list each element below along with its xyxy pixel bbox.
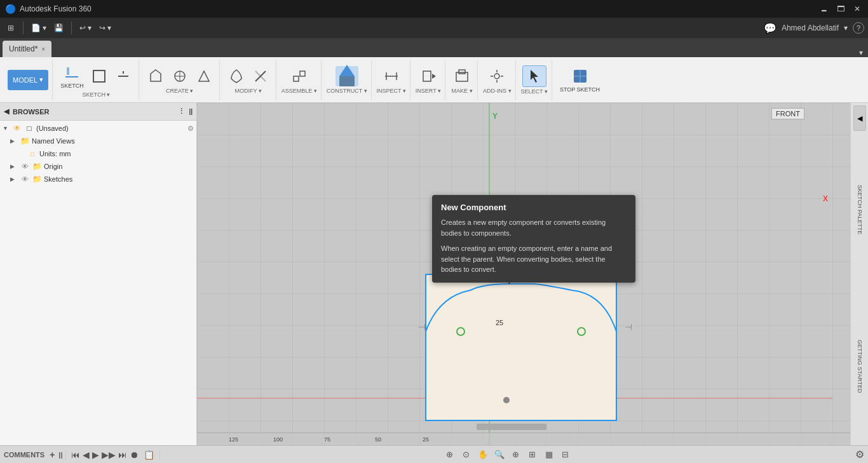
create2-button[interactable] — [168, 66, 191, 86]
toolbar-insert-group: INSERT ▾ — [412, 60, 445, 100]
file-dropdown-icon: ▾ — [43, 23, 46, 32]
modify2-button[interactable] — [249, 66, 272, 86]
tree-item-sketches[interactable]: ▶ 👁 📁 Sketches — [0, 173, 196, 185]
construct-tools-row — [336, 66, 358, 86]
browser-pin-icon[interactable]: || — [189, 108, 193, 115]
getting-started-container: GETTING STARTED — [855, 288, 864, 446]
new-component-tooltip: New Component Creates a new empty compon… — [432, 195, 635, 283]
tree-item-unsaved[interactable]: ▼ 👁 □ (Unsaved) ⚙ — [0, 122, 196, 135]
record-button[interactable]: ⏺ — [130, 450, 139, 460]
svg-text:Y: Y — [492, 112, 498, 121]
addins1-icon — [488, 67, 506, 85]
panel-collapse-button[interactable]: ◀ — [853, 105, 866, 131]
help-icon[interactable]: ? — [853, 22, 864, 34]
view-pan-button[interactable]: ✋ — [476, 448, 490, 462]
select1-icon — [526, 67, 543, 85]
bottom-bar: COMMENTS + || ⏮ ◀ ▶ ▶▶ ⏭ ⏺ 📋 ⊕ ⊙ ✋ 🔍 ⊕ ⊞… — [0, 445, 868, 463]
model-dropdown-button[interactable]: MODEL ▾ — [8, 70, 48, 90]
timeline-icon[interactable]: 📋 — [144, 450, 154, 460]
close-button[interactable]: ✕ — [851, 4, 863, 13]
tooltip-line1: Creates a new empty component or convert… — [441, 217, 627, 238]
addins1-button[interactable] — [485, 66, 508, 86]
user-dropdown-icon[interactable]: ▾ — [844, 23, 848, 32]
construct-group-label: CONSTRUCT ▾ — [327, 88, 367, 94]
tooltip-line2: When creating an empty component, enter … — [441, 243, 627, 275]
view-home-button[interactable]: ⊕ — [443, 448, 457, 462]
comment-icon[interactable]: 💬 — [764, 22, 776, 34]
undo-icon: ↩ — [79, 23, 86, 32]
view-zoom-button[interactable]: 🔍 — [492, 448, 506, 462]
tree-arrow-unsaved: ▼ — [3, 125, 10, 131]
file-icon: 📄 — [31, 23, 41, 32]
username-label[interactable]: Ahmed Abdellatif — [782, 23, 839, 32]
maximize-button[interactable]: 🗖 — [835, 4, 846, 13]
app-title: Autodesk Fusion 360 — [20, 4, 92, 13]
inspect1-button[interactable] — [380, 66, 403, 86]
tab-overflow-icon[interactable]: ▾ — [859, 48, 863, 57]
toolbar-construct-group: CONSTRUCT ▾ — [323, 60, 372, 100]
toolbar-addins-group: ADD-INS ▾ — [479, 60, 516, 100]
getting-started-label[interactable]: GETTING STARTED — [855, 337, 864, 396]
toolbar-modify-group: MODIFY ▾ — [221, 60, 276, 100]
redo-button[interactable]: ↪ ▾ — [97, 22, 114, 34]
viewport-front-label: FRONT — [771, 108, 804, 119]
canvas-area[interactable]: R30.00 25 ⊣ ⊣ Y X FRONT New Component Cr… — [197, 103, 868, 445]
tab-right: ▾ — [859, 48, 868, 57]
insert-tools-row — [417, 66, 440, 86]
create1-button[interactable] — [144, 66, 167, 86]
grid-icon[interactable]: ⊞ — [4, 21, 18, 35]
tab-bar: Untitled* × ▾ — [0, 38, 868, 57]
svg-text:⊣: ⊣ — [625, 322, 632, 332]
sketch-palette-label[interactable]: SKETCH PALETTE — [855, 182, 864, 237]
prev-button[interactable]: ◀ — [83, 450, 90, 460]
minimize-button[interactable]: 🗕 — [818, 4, 830, 13]
browser-options-icon[interactable]: ⋮ — [178, 107, 185, 116]
toolbar-select-group: SELECT ▾ — [517, 60, 552, 100]
make1-button[interactable] — [451, 66, 473, 86]
modify-tools-row — [225, 66, 272, 86]
construct1-button[interactable] — [336, 66, 358, 86]
next-button[interactable]: ▶▶ — [102, 450, 116, 460]
svg-rect-13 — [339, 76, 355, 86]
tree-eye-origin: 👁 — [20, 161, 30, 171]
play-button[interactable]: ▶ — [92, 450, 99, 460]
tab-close-button[interactable]: × — [41, 46, 45, 53]
tree-folder-unsaved: □ — [24, 123, 34, 133]
settings-button[interactable]: ⚙ — [855, 448, 864, 460]
modify1-button[interactable] — [225, 66, 248, 86]
file-menu-button[interactable]: 📄 ▾ — [29, 22, 49, 34]
view-options-button[interactable]: ⊟ — [559, 448, 573, 462]
tree-gear-unsaved[interactable]: ⚙ — [187, 124, 194, 133]
select1-button[interactable] — [522, 65, 546, 87]
save-button[interactable]: 💾 — [51, 22, 66, 34]
comments-add-button[interactable]: + — [50, 450, 55, 460]
sketch3-button[interactable] — [112, 66, 135, 86]
ruler-mark-75: 75 — [324, 436, 330, 443]
redo-icon: ↪ — [99, 23, 105, 32]
tree-item-origin[interactable]: ▶ 👁 📁 Origin — [0, 160, 196, 173]
svg-rect-21 — [459, 70, 465, 74]
skip-start-button[interactable]: ⏮ — [71, 450, 80, 460]
create3-button[interactable] — [193, 66, 215, 86]
view-grid2-button[interactable]: ▦ — [542, 448, 556, 462]
undo-button[interactable]: ↩ ▾ — [77, 22, 94, 34]
assemble1-button[interactable] — [288, 66, 311, 86]
sketch-create-button[interactable]: SKETCH — [58, 62, 86, 90]
view-grid-button[interactable]: ⊞ — [526, 448, 539, 462]
menu-bar: ⊞ 📄 ▾ 💾 ↩ ▾ ↪ ▾ 💬 Ahmed Abdellatif ▾ ? — [0, 18, 868, 38]
insert1-button[interactable] — [417, 66, 440, 86]
view-zoom2-button[interactable]: ⊕ — [509, 448, 523, 462]
tab-label: Untitled* — [9, 44, 37, 53]
tree-item-units[interactable]: □ Units: mm — [0, 147, 196, 160]
view-fit-button[interactable]: ⊙ — [459, 448, 473, 462]
browser-collapse-icon[interactable]: ◀ — [4, 107, 9, 116]
stop-sketch-label: STOP SKETCH — [560, 86, 600, 93]
sketch2-button[interactable] — [88, 66, 111, 86]
toolbar-model-group: MODEL ▾ — [4, 60, 53, 100]
active-tab[interactable]: Untitled* × — [3, 41, 51, 57]
stop-sketch-button[interactable]: STOP SKETCH — [557, 66, 602, 94]
skip-end-button[interactable]: ⏭ — [118, 450, 127, 460]
tree-item-named-views[interactable]: ▶ 📁 Named Views — [0, 135, 196, 147]
comments-panel-icon[interactable]: || — [58, 451, 62, 459]
separator — [71, 22, 72, 34]
